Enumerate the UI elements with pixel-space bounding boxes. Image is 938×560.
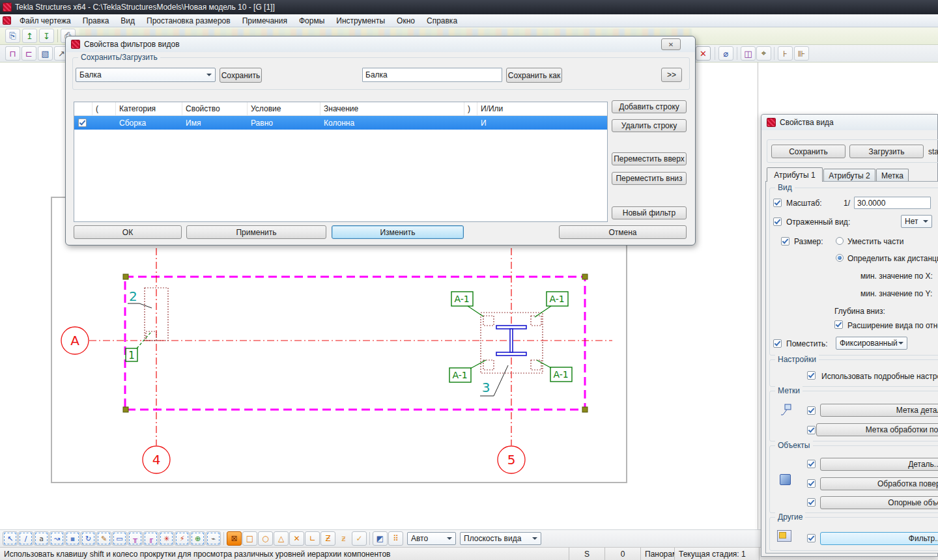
part-mark-3[interactable]: 3 bbox=[482, 380, 490, 395]
modify-button[interactable]: Изменить bbox=[332, 225, 464, 239]
scale-checkbox[interactable] bbox=[773, 199, 782, 207]
surface-mark-button[interactable]: Метка обработки поверхности... bbox=[816, 423, 938, 436]
part-mark-1-box[interactable] bbox=[126, 348, 137, 361]
tab-attributes-1[interactable]: Атрибуты 1 bbox=[767, 167, 823, 182]
filled-rect-tool-icon[interactable]: ▪ bbox=[65, 531, 80, 546]
row-property[interactable]: Имя bbox=[182, 119, 248, 128]
surface-treatment-button[interactable]: Обработка поверхности... bbox=[820, 477, 938, 490]
new-filter-button[interactable]: Новый фильтр bbox=[612, 206, 687, 219]
assembly-mark-tl[interactable]: A-1 bbox=[454, 294, 469, 304]
weld-edit-tool-icon[interactable]: ⚡ bbox=[175, 531, 190, 546]
reference-objects-button[interactable]: Опорные объекты... bbox=[820, 496, 938, 509]
assembly-mark-tr[interactable]: A-1 bbox=[549, 294, 564, 304]
view-handles[interactable] bbox=[123, 274, 588, 412]
cancel-button[interactable]: Отмена bbox=[559, 225, 687, 239]
menu-window[interactable]: Окно bbox=[391, 15, 421, 27]
snap-square-icon[interactable]: □ bbox=[242, 531, 257, 546]
row-category[interactable]: Сборка bbox=[116, 119, 182, 128]
snap-z-icon[interactable]: Ƶ bbox=[320, 531, 335, 546]
brush-tool-icon[interactable]: ✎ bbox=[96, 531, 111, 546]
scale-input[interactable] bbox=[854, 197, 931, 209]
extend-view-checkbox[interactable] bbox=[834, 320, 843, 329]
part-mark-button[interactable]: Метка детали... bbox=[820, 404, 938, 417]
panel-save-button[interactable]: Сохранить bbox=[771, 145, 846, 158]
part-mark-1[interactable]: 1 bbox=[128, 350, 135, 361]
save-button[interactable]: Сохранить bbox=[220, 68, 262, 83]
assembly-mark-boxes[interactable] bbox=[449, 292, 572, 382]
plug-tool-icon[interactable]: ⌁ bbox=[206, 531, 221, 546]
text-tool-icon[interactable]: a bbox=[34, 531, 49, 546]
tab-attributes-2[interactable]: Атрибуты 2 bbox=[823, 169, 875, 182]
assembly-mark-bl[interactable]: A-1 bbox=[452, 370, 467, 380]
center-mark-icon[interactable]: ⌖ bbox=[756, 46, 771, 61]
snap-mode-combo[interactable]: Авто bbox=[407, 532, 456, 545]
polyline-tool-icon[interactable]: ↝ bbox=[50, 531, 64, 546]
tab-mark[interactable]: Метка bbox=[876, 169, 909, 182]
surface-checkbox[interactable] bbox=[807, 479, 816, 488]
expand-button[interactable]: >> bbox=[661, 68, 682, 82]
diameter-dim-icon[interactable]: ⌀ bbox=[718, 46, 733, 61]
snap-cross-icon[interactable]: ✕ bbox=[289, 531, 304, 546]
menu-dimensioning[interactable]: Простановка размеров bbox=[141, 15, 236, 27]
menu-edit[interactable]: Правка bbox=[77, 15, 115, 27]
snap-z-flat-icon[interactable]: ƶ bbox=[336, 531, 351, 546]
menu-tools[interactable]: Инструменты bbox=[330, 15, 391, 27]
table-row[interactable]: Сборка Имя Равно Колонна И bbox=[74, 116, 607, 130]
select-arrow-icon[interactable]: ↖ bbox=[3, 531, 18, 546]
part-mark-2[interactable]: 2 bbox=[129, 288, 137, 304]
assembly-mark-br[interactable]: A-1 bbox=[553, 369, 568, 380]
mirror-checkbox[interactable] bbox=[773, 217, 782, 226]
save-as-button[interactable]: Сохранить как bbox=[506, 68, 562, 83]
save-drawing-icon[interactable]: ↧ bbox=[39, 29, 54, 43]
part-mark-checkbox[interactable] bbox=[807, 406, 816, 415]
view-boundary[interactable] bbox=[125, 277, 585, 410]
filter-select-combo[interactable]: Балка bbox=[76, 68, 216, 82]
rotate-tool-icon[interactable]: ↻ bbox=[81, 531, 96, 546]
dim-anchor2-icon[interactable]: ⊪ bbox=[794, 46, 809, 61]
row-andor[interactable]: И bbox=[477, 119, 607, 128]
snap-depth-icon[interactable]: ◩ bbox=[373, 531, 388, 546]
menu-file[interactable]: Файл чертежа bbox=[14, 15, 77, 27]
surface-mark-checkbox[interactable] bbox=[807, 426, 816, 434]
mirror-combo[interactable]: Нет bbox=[901, 215, 932, 228]
row-value[interactable]: Колонна bbox=[320, 119, 464, 128]
plane-combo[interactable]: Плоскость вида bbox=[460, 532, 541, 545]
grid-tool-icon[interactable]: ⊕ bbox=[190, 531, 205, 546]
size-checkbox[interactable] bbox=[781, 237, 789, 245]
add-row-button[interactable]: Добавить строку bbox=[612, 100, 687, 113]
drawing-doc-icon[interactable]: ⎘ bbox=[5, 29, 20, 43]
menu-annotations[interactable]: Примечания bbox=[236, 15, 293, 27]
dim-anchor-icon[interactable]: ⊦ bbox=[778, 46, 793, 61]
section-cube-icon[interactable]: ◫ bbox=[741, 46, 756, 61]
detailed-settings-checkbox[interactable] bbox=[807, 371, 816, 380]
panel-title-bar[interactable]: Свойства вида bbox=[761, 115, 937, 130]
fit-parts-radio[interactable] bbox=[836, 237, 844, 245]
menu-shapes[interactable]: Формы bbox=[293, 15, 330, 27]
weld-mark-tool-icon[interactable]: ✳ bbox=[159, 531, 174, 546]
filter-name-input[interactable] bbox=[362, 68, 502, 82]
row-checkbox[interactable] bbox=[78, 119, 87, 127]
dim-l-icon[interactable]: ⊏ bbox=[21, 46, 36, 61]
apply-button[interactable]: Применить bbox=[186, 225, 326, 239]
panel-load-button[interactable]: Загрузить bbox=[849, 145, 924, 158]
dim-u-icon[interactable]: ⊓ bbox=[5, 46, 20, 61]
snap-box-icon[interactable]: ⊠ bbox=[227, 531, 242, 546]
line-tool-icon[interactable]: ∕ bbox=[18, 531, 33, 546]
snap-corner-icon[interactable]: ∟ bbox=[305, 531, 320, 546]
reference-checkbox[interactable] bbox=[807, 498, 816, 507]
define-distance-radio[interactable] bbox=[836, 254, 844, 262]
delete-row-button[interactable]: Удалить строку bbox=[612, 119, 687, 132]
load-drawing-icon[interactable]: ↥ bbox=[22, 29, 37, 43]
dialog-close-icon[interactable]: ✕ bbox=[661, 38, 681, 50]
place-checkbox[interactable] bbox=[773, 339, 782, 348]
rect-tool-icon[interactable]: ▭ bbox=[112, 531, 127, 546]
dim-vertical-tool-icon[interactable]: ╥ bbox=[128, 531, 143, 546]
row-condition[interactable]: Равно bbox=[248, 119, 320, 128]
place-combo[interactable]: Фиксированный bbox=[836, 337, 907, 350]
snap-triangle-icon[interactable]: △ bbox=[274, 531, 289, 546]
panel-profile-value[interactable]: sta bbox=[928, 147, 938, 156]
menu-help[interactable]: Справка bbox=[421, 15, 463, 27]
dialog-title-bar[interactable]: Свойства фильтров видов bbox=[66, 36, 695, 52]
snap-circle-icon[interactable]: ○ bbox=[258, 531, 273, 546]
beam-section[interactable] bbox=[496, 326, 526, 356]
